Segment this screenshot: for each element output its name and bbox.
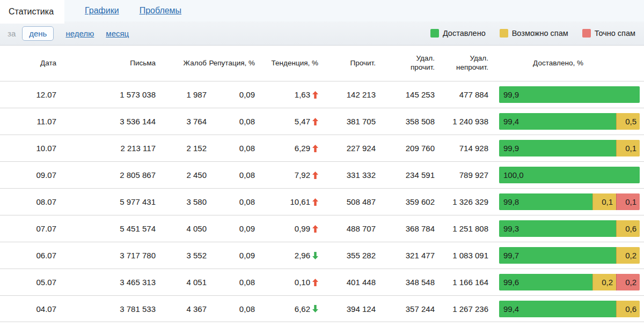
delivered-segment: 99,8 [499,193,592,210]
date-cell: 11.07 [0,117,56,126]
possible-spam-segment: 0,6 [616,220,640,237]
reputation-cell: 0,08 [207,117,255,126]
header-reputation: Репутация, % [207,59,255,68]
possible-spam-color-swatch [500,29,508,38]
legend-possible-spam-label: Возможно спам [512,29,568,38]
trend-cell: 5,47 [255,117,318,126]
deleted-read-cell: 145 253 [376,90,435,99]
header-deleted-read: Удал. прочит. [376,54,435,72]
trend-up-arrow-icon [312,91,318,99]
legend-exact-spam-label: Точно спам [595,29,635,38]
header-deleted-unread: Удал. непрочит. [435,54,488,72]
complaints-cell: 4 051 [156,278,207,287]
period-prefix-label: за [8,29,16,38]
trend-cell: 10,61 [255,197,318,206]
deleted-unread-cell: 477 884 [435,90,488,99]
deleted-unread-cell: 714 928 [435,144,488,153]
date-cell: 09.07 [0,170,56,180]
delivered-bar: 99,7 0,2 [499,247,640,264]
trend-value: 0,99 [295,224,310,233]
period-option-day[interactable]: день [22,26,54,41]
delivered-bar-cell: 99,8 0,1 0,1 [488,193,644,210]
delivered-segment: 99,4 [499,301,616,317]
delivered-bar: 99,3 0,6 [499,220,640,237]
deleted-unread-cell: 789 927 [435,170,488,180]
trend-value: 1,63 [295,90,310,99]
delivered-bar-cell: 99,7 0,2 [488,247,644,264]
complaints-cell: 3 580 [156,197,207,206]
read-cell: 394 124 [318,304,376,314]
complaints-cell: 4 367 [156,304,207,314]
delivered-segment: 99,4 [499,113,616,130]
complaints-cell: 4 050 [156,224,207,233]
table-row: 09.07 2 805 867 2 450 0,08 7,92 331 332 … [0,161,644,188]
read-cell: 355 282 [318,251,376,260]
trend-value: 6,29 [295,144,310,153]
letters-cell: 3 717 780 [56,251,156,260]
trend-cell: 7,92 [255,170,318,180]
letters-cell: 1 573 038 [56,90,156,99]
header-delivered: Доставлено, % [488,59,644,68]
tab-problems[interactable]: Проблемы [140,0,181,21]
table-row: 04.07 3 781 533 4 367 0,08 6,62 394 124 … [0,295,644,322]
table-row: 12.07 1 573 038 1 987 0,09 1,63 142 213 … [0,81,644,108]
trend-cell: 2,96 [255,251,318,260]
trend-up-arrow-icon [312,145,318,152]
possible-spam-segment: 0,1 [616,140,640,156]
delivered-segment: 99,9 [499,140,616,156]
trend-cell: 0,99 [255,224,318,233]
statistics-table: Дата Письма Жалоб Репутация, % Тенденция… [0,46,644,322]
tab-charts-label[interactable]: Графики [85,6,119,16]
delivered-bar: 99,9 [499,86,640,103]
delivered-segment: 99,7 [499,247,616,264]
tab-statistics[interactable]: Статистика [0,0,64,24]
legend-delivered-label: Доставлено [443,29,486,38]
complaints-cell: 2 450 [156,170,207,180]
possible-spam-segment: 0,5 [616,113,640,130]
letters-cell: 5 451 574 [56,224,156,233]
deleted-unread-cell: 1 267 236 [435,304,488,314]
table-body: 12.07 1 573 038 1 987 0,09 1,63 142 213 … [0,81,644,322]
deleted-read-cell: 359 602 [376,197,435,206]
tab-problems-label[interactable]: Проблемы [140,6,181,16]
read-cell: 401 448 [318,278,376,287]
delivered-bar-cell: 99,9 [488,86,644,103]
table-row: 10.07 2 213 117 2 152 0,08 6,29 227 924 … [0,135,644,161]
exact-spam-color-swatch [582,29,591,38]
table-row: 07.07 5 451 574 4 050 0,09 0,99 488 707 … [0,215,644,242]
read-cell: 227 924 [318,144,376,153]
deleted-read-cell: 358 508 [376,117,435,126]
delivered-bar: 99,8 0,1 0,1 [499,193,640,210]
delivered-segment: 99,6 [499,274,592,290]
complaints-cell: 2 152 [156,144,207,153]
date-cell: 05.07 [0,278,56,287]
table-header-row: Дата Письма Жалоб Репутация, % Тенденция… [0,46,644,81]
delivered-bar-cell: 99,3 0,6 [488,220,644,237]
letters-cell: 3 781 533 [56,304,156,314]
deleted-unread-cell: 1 251 808 [435,224,488,233]
tab-statistics-label: Статистика [9,7,54,17]
delivered-bar: 99,6 0,2 0,2 [499,274,640,290]
trend-cell: 0,10 [255,278,318,287]
trend-down-arrow-icon [312,305,318,312]
table-row: 05.07 3 465 313 4 051 0,08 0,10 401 448 … [0,269,644,295]
date-cell: 10.07 [0,144,56,153]
header-read: Прочит. [318,59,376,68]
deleted-read-cell: 321 477 [376,251,435,260]
possible-spam-segment: 0,1 [592,193,616,210]
possible-spam-segment: 0,2 [592,274,616,290]
possible-spam-segment: 0,2 [616,247,640,264]
trend-value: 2,96 [295,251,310,260]
trend-value: 0,10 [295,278,310,287]
deleted-unread-cell: 1 166 164 [435,278,488,287]
reputation-cell: 0,09 [207,90,255,99]
period-option-week[interactable]: неделю [65,29,94,38]
tab-charts[interactable]: Графики [85,0,119,21]
reputation-cell: 0,09 [207,224,255,233]
trend-down-arrow-icon [312,252,318,259]
period-option-month[interactable]: месяц [106,29,129,38]
exact-spam-segment: 0,2 [616,274,640,290]
reputation-cell: 0,08 [207,144,255,153]
trend-up-arrow-icon [312,198,318,206]
delivered-bar-cell: 99,4 0,6 [488,301,644,317]
